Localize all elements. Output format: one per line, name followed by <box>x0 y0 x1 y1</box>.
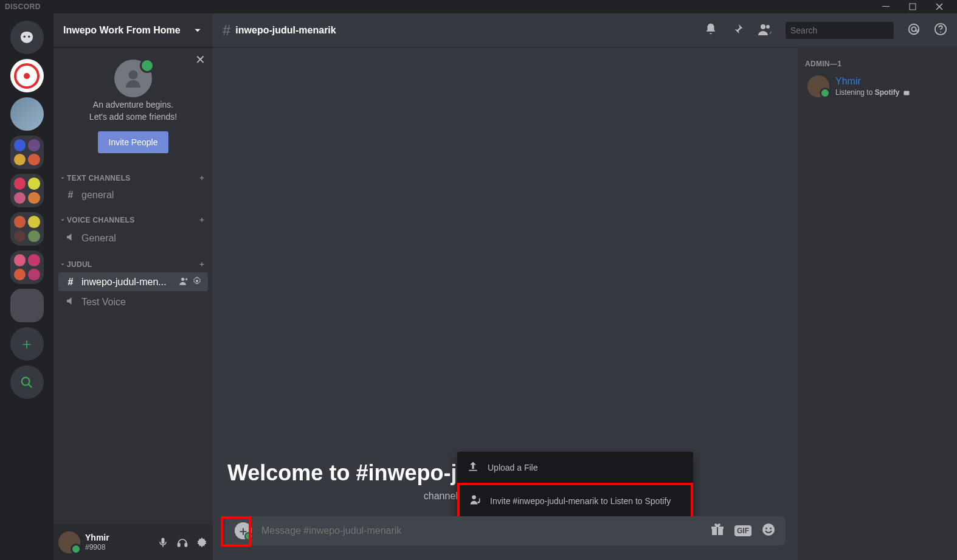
message-input[interactable] <box>261 525 700 536</box>
svg-point-20 <box>472 496 476 500</box>
server-item[interactable] <box>10 97 44 131</box>
server-item[interactable] <box>10 289 44 322</box>
gif-button[interactable]: GIF <box>734 525 751 536</box>
svg-point-13 <box>766 25 770 29</box>
speaker-icon <box>64 232 77 245</box>
server-folder[interactable] <box>10 174 44 207</box>
hash-icon: # <box>64 190 77 201</box>
server-folder[interactable] <box>10 251 44 284</box>
gear-icon[interactable] <box>192 276 202 288</box>
svg-rect-28 <box>903 91 909 95</box>
add-channel-icon[interactable]: ＋ <box>198 173 206 183</box>
server-list: ＋ <box>0 13 54 560</box>
svg-point-25 <box>762 524 775 536</box>
svg-point-12 <box>761 24 765 29</box>
search-box[interactable] <box>786 22 894 39</box>
svg-point-7 <box>196 280 198 282</box>
user-name: Yhmir <box>85 533 152 543</box>
svg-point-18 <box>940 31 941 32</box>
svg-rect-9 <box>178 544 180 547</box>
titlebar: DISCORD <box>0 0 957 13</box>
members-icon[interactable] <box>758 22 772 39</box>
add-channel-icon[interactable]: ＋ <box>198 215 206 225</box>
invite-spotify-button[interactable]: Invite #inwepo-judul-menarik to Listen t… <box>457 483 693 519</box>
user-panel: Yhmir #9908 <box>54 525 213 560</box>
server-folder[interactable] <box>10 136 44 169</box>
server-header[interactable]: Inwepo Work From Home <box>54 13 213 47</box>
chevron-down-icon <box>192 25 203 36</box>
gear-icon[interactable] <box>196 536 208 548</box>
add-server-button[interactable]: ＋ <box>10 327 44 361</box>
invite-text-line1: An adventure begins. <box>93 100 173 109</box>
user-tag: #9908 <box>85 543 152 551</box>
svg-rect-24 <box>717 527 718 535</box>
avatar[interactable] <box>58 531 80 553</box>
mentions-icon[interactable] <box>907 22 921 38</box>
category-text[interactable]: TEXT CHANNELS ＋ <box>54 163 213 185</box>
server-name: Inwepo Work From Home <box>63 25 181 36</box>
message-area: Welcome to #inwepo-judul-menarik! This i… <box>213 47 798 560</box>
window-maximize-button[interactable] <box>905 0 921 13</box>
avatar <box>807 75 829 97</box>
channel-general[interactable]: # general <box>58 186 208 204</box>
svg-point-4 <box>22 377 30 385</box>
svg-point-26 <box>765 528 767 530</box>
invite-people-button[interactable]: Invite People <box>98 131 169 153</box>
member-status: Listening to Spotify <box>835 88 910 98</box>
channel-test-voice[interactable]: Test Voice <box>58 292 208 313</box>
add-channel-icon[interactable]: ＋ <box>198 259 206 269</box>
create-invite-icon[interactable] <box>179 276 188 288</box>
emoji-icon[interactable] <box>761 522 776 539</box>
category-voice[interactable]: VOICE CHANNELS ＋ <box>54 205 213 227</box>
category-judul[interactable]: JUDUL ＋ <box>54 249 213 272</box>
pin-icon[interactable] <box>731 22 744 38</box>
role-header: ADMIN—1 <box>805 60 950 68</box>
chevron-down-icon <box>60 261 66 268</box>
search-input[interactable] <box>790 26 897 35</box>
upload-icon <box>467 460 479 474</box>
hash-icon: # <box>64 277 77 288</box>
svg-point-27 <box>770 528 772 530</box>
member-name: Yhmir <box>835 75 910 88</box>
svg-rect-0 <box>882 6 890 7</box>
svg-point-15 <box>909 24 919 34</box>
window-minimize-button[interactable] <box>878 0 894 13</box>
server-item[interactable] <box>10 59 44 92</box>
mute-icon[interactable] <box>157 536 169 548</box>
chevron-down-icon <box>60 217 66 223</box>
channel-general-voice[interactable]: General <box>58 228 208 249</box>
chevron-down-icon <box>60 175 66 181</box>
svg-point-6 <box>181 278 184 281</box>
svg-point-16 <box>911 27 916 31</box>
gift-icon[interactable] <box>710 522 725 539</box>
home-button[interactable] <box>10 21 44 54</box>
help-icon[interactable] <box>934 22 947 38</box>
server-folder[interactable] <box>10 212 44 246</box>
upload-file-button[interactable]: Upload a File <box>457 452 693 483</box>
svg-point-3 <box>28 35 30 38</box>
bell-icon[interactable] <box>704 22 717 38</box>
svg-rect-1 <box>910 4 916 10</box>
message-input-bar: ＋ GIF <box>225 516 786 545</box>
member-row[interactable]: Yhmir Listening to Spotify <box>805 73 950 100</box>
channel-inwepo-judul[interactable]: # inwepo-judul-men... <box>58 272 208 291</box>
speaker-icon <box>64 296 77 309</box>
hash-icon: # <box>223 22 230 39</box>
rich-presence-icon <box>903 89 910 97</box>
channel-sidebar: Inwepo Work From Home ✕ ✦ ·○ · An advent… <box>54 13 213 560</box>
member-list: ADMIN—1 Yhmir Listening to Spotify <box>798 47 957 560</box>
svg-rect-10 <box>185 544 187 547</box>
chat-header: # inwepo-judul-menarik <box>213 13 957 47</box>
attach-button[interactable]: ＋ <box>235 522 252 539</box>
svg-point-2 <box>24 35 26 38</box>
svg-rect-19 <box>469 470 477 471</box>
invite-avatar-icon <box>114 60 152 97</box>
invite-card: ✕ ✦ ·○ · An adventure begins. Let's add … <box>54 47 213 163</box>
explore-servers-button[interactable] <box>10 365 44 399</box>
channel-title: inwepo-judul-menarik <box>235 25 336 36</box>
deafen-icon[interactable] <box>176 536 188 548</box>
svg-point-5 <box>129 71 138 80</box>
window-close-button[interactable] <box>931 0 947 13</box>
invite-text-line2: Let's add some friends! <box>89 112 177 122</box>
close-icon[interactable]: ✕ <box>195 52 206 67</box>
